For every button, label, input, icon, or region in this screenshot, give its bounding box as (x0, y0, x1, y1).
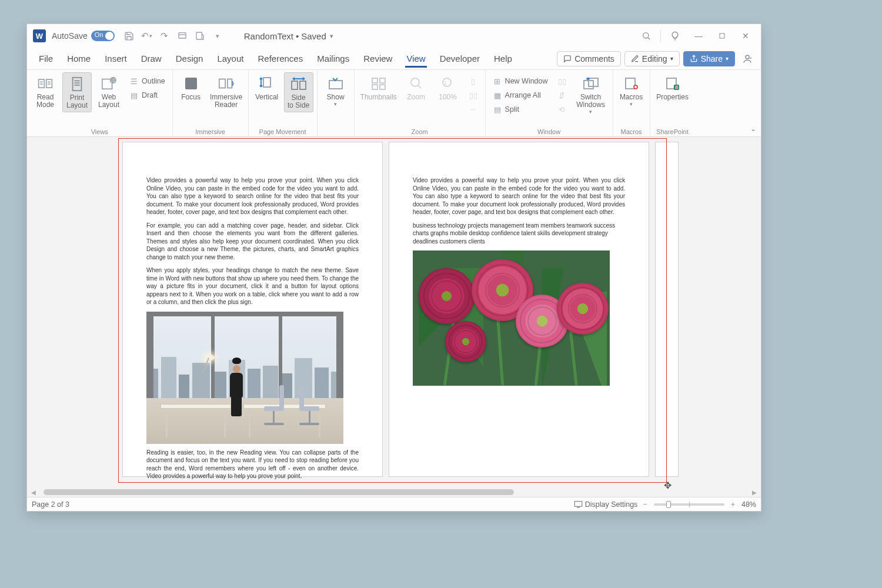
side-to-side-icon (289, 75, 308, 93)
zoom-in-button[interactable]: + (729, 500, 737, 509)
zoom-out-button[interactable]: − (641, 500, 649, 509)
page1-para4: Reading is easier, too, in the new Readi… (146, 449, 359, 480)
svg-rect-0 (179, 33, 186, 38)
vertical-label: Vertical (255, 93, 278, 101)
tab-file[interactable]: File (32, 50, 60, 67)
tab-design[interactable]: Design (169, 50, 211, 67)
tab-help[interactable]: Help (487, 50, 519, 67)
zoom-100-icon: 1 (439, 75, 457, 92)
collapse-ribbon-icon[interactable]: ⌄ (750, 125, 756, 133)
zoom-slider-tick (689, 502, 690, 507)
zoom-100-button: 1 100% (433, 72, 463, 103)
new-window-button[interactable]: ⊞New Window (489, 75, 552, 88)
minimize-button[interactable]: — (687, 27, 710, 45)
read-mode-button[interactable]: Read Mode (31, 72, 60, 111)
chevron-down-icon: ▾ (334, 101, 337, 107)
zoom-percentage[interactable]: 48% (741, 500, 756, 509)
document-page-3-edge[interactable] (655, 142, 679, 477)
read-mode-icon (36, 75, 55, 92)
scroll-thumb[interactable] (44, 489, 514, 495)
read-mode-label: Read Mode (36, 93, 54, 109)
document-title[interactable]: RandomText • Saved ▾ (244, 31, 333, 41)
tab-view[interactable]: View (399, 50, 432, 67)
print-layout-button[interactable]: Print Layout (62, 72, 92, 112)
focus-label: Focus (181, 93, 201, 101)
properties-button[interactable]: S Properties (654, 72, 691, 103)
split-button[interactable]: ▤Split (489, 103, 552, 116)
flowers-image[interactable] (413, 250, 610, 386)
office-image[interactable] (146, 312, 343, 444)
properties-label: Properties (656, 93, 689, 101)
tab-insert[interactable]: Insert (98, 50, 134, 67)
tab-references[interactable]: References (250, 50, 310, 67)
undo-icon[interactable]: ↶▾ (140, 29, 154, 43)
switch-windows-button[interactable]: Switch Windows ▾ (573, 72, 609, 117)
zoom-slider[interactable] (654, 503, 724, 506)
show-icon (326, 75, 345, 92)
document-area[interactable]: Video provides a powerful way to help yo… (27, 137, 761, 497)
comments-button[interactable]: Comments (557, 51, 621, 66)
scroll-track[interactable] (38, 489, 750, 495)
zoom-slider-handle[interactable] (666, 501, 671, 508)
qat-button-2[interactable] (193, 29, 207, 43)
tab-draw[interactable]: Draw (134, 50, 169, 67)
svg-text:1: 1 (444, 80, 447, 86)
chevron-down-icon: ▾ (670, 55, 673, 62)
document-page-2[interactable]: Video provides a powerful way to help yo… (389, 142, 649, 477)
account-icon[interactable] (739, 50, 756, 68)
vertical-button[interactable]: Vertical (252, 72, 282, 103)
share-button[interactable]: Share ▾ (683, 51, 735, 66)
page-indicator[interactable]: Page 2 of 3 (32, 500, 69, 509)
display-settings-button[interactable]: Display Settings (574, 500, 638, 509)
show-button[interactable]: Show ▾ (321, 72, 350, 109)
scroll-right-icon[interactable]: ▶ (750, 488, 759, 496)
coming-soon-icon[interactable] (663, 27, 687, 45)
qat-button-1[interactable] (175, 29, 189, 43)
arrange-all-button[interactable]: ▦Arrange All (489, 89, 552, 102)
web-layout-button[interactable]: Web Layout (94, 72, 123, 111)
save-status: Saved (301, 31, 326, 41)
document-page-1[interactable]: Video provides a powerful way to help yo… (122, 142, 383, 477)
svg-rect-18 (185, 78, 197, 89)
title-separator: • (296, 31, 299, 41)
zoom-icon (407, 75, 426, 92)
tab-layout[interactable]: Layout (210, 50, 250, 67)
side-to-side-button[interactable]: Side to Side (284, 72, 313, 112)
ribbon: Read Mode Print Layout Web Layout ☰Outli… (27, 70, 761, 137)
share-label: Share (701, 54, 723, 64)
arrange-all-label: Arrange All (505, 91, 541, 99)
reset-window-icon: ⟲ (557, 105, 567, 114)
scroll-left-icon[interactable]: ◀ (29, 488, 38, 496)
print-layout-label: Print Layout (66, 94, 88, 109)
tab-home[interactable]: Home (60, 50, 98, 67)
customize-qat-icon[interactable]: ▾ (211, 29, 225, 43)
search-icon[interactable] (634, 27, 658, 45)
svg-rect-20 (292, 81, 298, 89)
outline-button[interactable]: ☰Outline (126, 75, 169, 88)
group-immersive: Focus Immersive Reader Immersive (173, 70, 249, 136)
autosave-toggle[interactable]: On (91, 31, 115, 41)
tab-mailings[interactable]: Mailings (310, 50, 356, 67)
thumbnails-button[interactable]: Thumbnails (358, 72, 399, 103)
macros-button[interactable]: Macros ▾ (617, 72, 646, 109)
immersive-reader-button[interactable]: Immersive Reader (208, 72, 245, 111)
toggle-knob (105, 32, 113, 40)
window-group-label: Window (537, 127, 560, 135)
editing-mode-button[interactable]: Editing ▾ (624, 51, 680, 66)
close-button[interactable]: ✕ (734, 27, 757, 45)
focus-button[interactable]: Focus (176, 72, 206, 103)
tab-review[interactable]: Review (356, 50, 399, 67)
draft-button[interactable]: ▤Draft (126, 89, 169, 102)
maximize-button[interactable] (710, 27, 734, 45)
view-side-by-side-button: ▯▯ (554, 75, 570, 88)
outline-icon: ☰ (129, 76, 139, 86)
arrange-all-icon: ▦ (493, 91, 502, 100)
horizontal-scrollbar[interactable]: ◀ ▶ (29, 487, 759, 497)
one-page-button: ▯ (465, 75, 482, 88)
page-movement-group-label: Page Movement (259, 127, 306, 135)
save-icon[interactable] (122, 29, 136, 43)
redo-icon[interactable]: ↷ (158, 29, 172, 43)
tab-developer[interactable]: Developer (433, 50, 487, 67)
svg-rect-38 (574, 502, 582, 507)
draft-icon: ▤ (129, 91, 139, 100)
